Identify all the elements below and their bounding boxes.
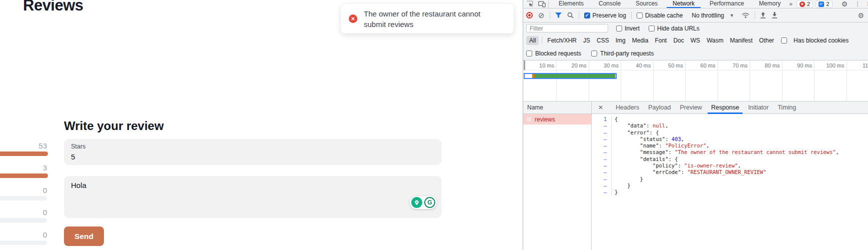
fold-marker-icon[interactable]: – [592, 122, 612, 129]
close-detail-icon[interactable]: ✕ [598, 104, 605, 111]
filter-chip-other[interactable]: Other [759, 37, 774, 44]
import-har-icon[interactable] [760, 12, 766, 18]
filter-chip-img[interactable]: Img [616, 37, 626, 44]
invert-label: Invert [625, 25, 640, 32]
chevron-down-icon[interactable]: ▼ [730, 13, 734, 18]
filter-chip-ws[interactable]: WS [691, 37, 700, 44]
response-line: – "errCode": "RESTAURANT_OWNER_REVIEW" [592, 169, 868, 176]
devtools-tab-performance[interactable]: Performance [702, 0, 752, 8]
filter-chip-manifest[interactable]: Manifest [730, 37, 753, 44]
search-icon[interactable] [567, 12, 574, 18]
timeline-gridline [814, 60, 815, 101]
preserve-log-label: Preserve log [593, 12, 626, 19]
fold-marker-icon[interactable]: – [592, 142, 612, 149]
blocked-requests-checkbox[interactable] [526, 50, 532, 56]
error-count-badge[interactable]: ✕ 2 [797, 0, 813, 8]
stars-select[interactable]: Stars 5 [64, 139, 442, 165]
throttling-dropdown[interactable]: No throttling [692, 12, 724, 19]
response-line: – "policy": "is-owner-review", [592, 162, 868, 169]
detail-tab-initiator[interactable]: Initiator [744, 102, 773, 114]
fold-marker-icon[interactable]: – [592, 162, 612, 169]
kebab-menu-icon[interactable]: ⋮ [855, 0, 861, 8]
selected-tab-underline [667, 7, 701, 8]
settings-gear-icon[interactable]: ⚙ [842, 0, 848, 8]
comment-textarea[interactable]: Hola G [64, 176, 442, 218]
filter-chip-all[interactable]: All [526, 36, 539, 45]
fold-marker-icon[interactable]: – [592, 182, 612, 189]
send-button[interactable]: Send [64, 226, 104, 246]
fold-marker-icon[interactable]: – [592, 169, 612, 176]
network-overview[interactable]: 10 ms20 ms30 ms40 ms50 ms60 ms70 ms80 ms… [523, 60, 868, 101]
overview-selection-bar[interactable] [524, 73, 617, 79]
devtools-tab-network[interactable]: Network [665, 0, 702, 8]
filter-funnel-icon[interactable] [555, 12, 562, 18]
export-har-icon[interactable] [772, 12, 778, 18]
has-blocked-cookies-checkbox[interactable] [781, 38, 787, 44]
request-row-reviews[interactable]: reviews [523, 114, 591, 124]
network-settings-gear-icon[interactable]: ⚙ [858, 12, 864, 20]
more-tabs-chevron[interactable]: » [789, 0, 793, 8]
error-circle-icon: ✕ [349, 14, 357, 23]
timeline-gridline [653, 60, 654, 101]
fold-marker-icon[interactable]: – [592, 189, 612, 196]
fold-marker-icon[interactable]: – [592, 156, 612, 162]
response-line: – "details": { [592, 156, 868, 162]
timeline-gridline [621, 60, 621, 101]
filter-chip-wasm[interactable]: Wasm [707, 37, 724, 44]
filter-chip-js[interactable]: JS [583, 37, 590, 44]
issues-count-badge[interactable]: 2 [816, 0, 832, 8]
invert-checkbox[interactable] [616, 26, 622, 32]
filter-input[interactable] [526, 24, 608, 32]
third-party-checkbox[interactable] [591, 50, 597, 56]
hide-data-urls-checkbox[interactable] [649, 26, 655, 32]
timeline-tick-label: 80 ms [765, 62, 780, 68]
preserve-log-checkbox[interactable] [584, 12, 590, 18]
fold-marker-icon[interactable]: – [592, 149, 612, 156]
devtools-tab-console[interactable]: Console [591, 0, 628, 8]
fold-marker-icon[interactable]: – [592, 176, 612, 182]
divider [548, 0, 549, 8]
issues-count: 2 [826, 1, 829, 7]
throttling-value: No throttling [692, 12, 724, 19]
screen: Reviews ✕ The owner of the restaurant ca… [0, 0, 868, 250]
rating-bar [0, 174, 48, 178]
detail-tab-preview[interactable]: Preview [675, 102, 706, 114]
devtools-tab-elements[interactable]: Elements [551, 0, 591, 8]
error-badge-icon: ✕ [800, 2, 805, 7]
fold-marker-icon[interactable]: – [592, 136, 612, 142]
rating-bar [0, 218, 47, 222]
response-code: "message": "The owner of the restaurant … [612, 149, 839, 156]
timeline-gridline [750, 60, 750, 101]
name-column-header[interactable]: Name [523, 102, 591, 114]
filter-chip-fetchxhr[interactable]: Fetch/XHR [547, 37, 577, 44]
rating-count: 0 [0, 186, 48, 194]
filter-chip-css[interactable]: CSS [597, 37, 609, 44]
clear-network-log-icon[interactable]: ⊘ [538, 11, 545, 20]
response-viewer[interactable]: 1{– "data": null,– "error": {– "status":… [592, 114, 868, 250]
error-count: 2 [807, 1, 810, 7]
error-toast: ✕ The owner of the restaurant cannot sub… [341, 4, 514, 34]
grammarly-suggestion-icon[interactable] [411, 197, 422, 208]
detail-tab-timing[interactable]: Timing [773, 102, 801, 114]
devtools-tab-sources[interactable]: Sources [628, 0, 665, 8]
record-network-log-button[interactable] [526, 12, 533, 18]
network-conditions-icon[interactable] [742, 12, 750, 18]
response-code: "data": null, [612, 122, 669, 129]
resource-type-chips: AllFetch/XHRJSCSSImgMediaFontDocWSWasmMa… [523, 34, 868, 47]
filter-chip-font[interactable]: Font [655, 37, 667, 44]
chips-container: AllFetch/XHRJSCSSImgMediaFontDocWSWasmMa… [526, 36, 774, 45]
inspect-element-icon[interactable] [527, 0, 534, 8]
grammarly-widget[interactable]: G [410, 196, 437, 209]
disable-cache-checkbox[interactable] [637, 12, 643, 18]
detail-tab-payload[interactable]: Payload [644, 102, 675, 114]
filter-chip-media[interactable]: Media [632, 37, 649, 44]
detail-tab-headers[interactable]: Headers [611, 102, 644, 114]
grammarly-logo-icon[interactable]: G [424, 197, 435, 208]
device-toolbar-icon[interactable] [538, 1, 546, 8]
request-filters-row: Blocked requests Third-party requests [523, 47, 868, 60]
fold-marker-icon[interactable]: – [592, 130, 612, 136]
filter-chip-doc[interactable]: Doc [673, 37, 684, 44]
response-code: } [612, 189, 618, 196]
devtools-tab-memory[interactable]: Memory [752, 0, 788, 8]
detail-tab-response[interactable]: Response [707, 102, 744, 114]
